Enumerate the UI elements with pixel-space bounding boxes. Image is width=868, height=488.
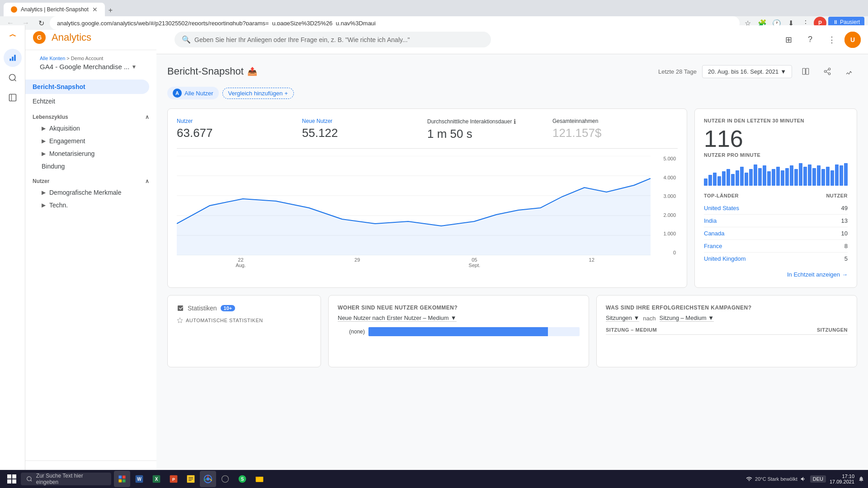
statistiken-card-title: Statistiken 10+ [177,305,311,312]
tab-title: Analytics | Bericht-Snapshot [21,6,89,13]
mini-bar-item [704,178,708,186]
mini-bar-item [713,173,717,186]
taskbar-app-sticky[interactable] [183,471,199,487]
taskbar-search-bar[interactable]: Zur Suche Text hier eingeben [21,473,111,485]
country-us[interactable]: United States [704,205,739,211]
all-users-filter[interactable]: A Alle Nutzer [167,87,219,99]
apps-grid-button[interactable]: ⊞ [779,31,797,49]
nav-item-bericht-snapshot[interactable]: Bericht-Snapshot [25,80,149,94]
insights-icon-btn[interactable] [841,63,857,80]
country-canada[interactable]: Canada [704,230,725,237]
help-button[interactable]: ? [801,31,819,49]
mini-bar-item [794,169,798,186]
svg-line-4 [14,80,16,81]
neue-nutzer-dropdown[interactable]: Neue Nutzer nach Erster Nutzer – Medium … [338,314,457,322]
metric-interaktion-label-text: Durchschnittliche Interaktionsdauer [427,118,512,125]
property-name: GA4 - Google Merchandise ... [40,63,129,70]
nav-icon-reports[interactable] [4,49,22,67]
active-tab[interactable]: Analytics | Bericht-Snapshot ✕ [4,3,105,16]
start-button[interactable] [4,471,20,487]
search-bar[interactable]: 🔍 Geben Sie hier Ihr Anliegen oder Ihre … [175,32,491,47]
system-icons: 20°C Stark bewölkt [746,476,807,482]
nav-icon-advertising[interactable] [4,89,22,107]
nav-item-techn[interactable]: ▶ Techn. [25,199,156,211]
svg-line-30 [31,480,32,482]
realtime-link: In Echtzeit anzeigen → [704,270,848,278]
x-label-22: 22 Aug. [236,257,246,268]
nav-group-lebenszyklus[interactable]: Lebenszyklus ∧ [25,108,156,122]
nav-label-techn: Techn. [49,202,68,209]
svg-text:W: W [137,477,142,482]
h-bar-chart: (none) [338,327,580,336]
taskbar-app-powerpoint[interactable]: P [165,471,182,487]
main-cards-grid: Nutzer 63.677 Neue Nutzer 55.122 Durchsc… [167,108,857,288]
date-range-button[interactable]: 20. Aug. bis 16. Sept. 2021 ▼ [702,65,792,78]
taskbar-app-files[interactable] [114,471,130,487]
sitzung-medium-chevron: ▼ [708,314,714,321]
nav-item-akquisition[interactable]: ▶ Akquisition [25,122,156,135]
metric-interaktion-label[interactable]: Durchschnittliche Interaktionsdauer ℹ [427,118,545,125]
taskbar-app-word[interactable]: W [131,471,147,487]
svg-point-46 [207,478,210,481]
sitzungen-chevron: ▼ [633,314,639,321]
realtime-card: NUTZER IN DEN LETZTEN 30 MINUTEN 116 NUT… [694,108,857,288]
taskbar-right: 20°C Stark bewölkt DEU 17:10 17.09.2021 [746,474,864,484]
mini-bar-item [790,165,793,186]
sitzungen-dropdown[interactable]: Sitzungen ▼ [606,314,639,322]
taskbar-app-chrome[interactable] [200,471,216,487]
new-tab-button[interactable]: + [105,5,116,16]
metric-neue-nutzer-label[interactable]: Neue Nutzer [302,118,420,124]
nav-group-nutzer[interactable]: Nutzer ∧ [25,173,156,186]
metric-neue-nutzer: Neue Nutzer 55.122 [302,118,427,141]
country-france[interactable]: France [704,243,722,249]
svg-rect-34 [123,479,126,483]
taskbar-app-excel[interactable]: X [148,471,165,487]
full-sidebar: G Analytics Alle Konten > Demo Account G… [25,25,156,488]
export-icon[interactable]: 📤 [247,66,257,76]
nav-item-bindung[interactable]: Bindung [25,160,156,173]
sitzung-medium-dropdown[interactable]: Sitzung – Medium ▼ [660,314,714,322]
notification-icon[interactable] [858,476,864,482]
svg-rect-28 [12,479,16,483]
nav-icon-home[interactable] [4,29,22,47]
user-filter-icon: A [173,89,182,98]
taskbar-search-text: Zur Suche Text hier eingeben [36,473,106,485]
svg-text:G: G [37,34,42,41]
nav-icon-explore[interactable] [4,69,22,87]
mini-bar-item [754,164,757,186]
property-selector[interactable]: GA4 - Google Merchandise ... ▼ [33,61,149,76]
icon-nav [0,25,25,488]
country-india[interactable]: India [704,217,717,224]
mini-bar-item [717,176,721,186]
compare-icon-btn[interactable] [797,63,814,80]
mini-bar-item [708,175,712,186]
add-comparison-button[interactable]: Vergleich hinzufügen + [222,88,294,99]
more-options-button[interactable]: ⋮ [823,31,841,49]
nach-label: nach [643,315,656,322]
tab-close-btn[interactable]: ✕ [92,6,98,13]
taskbar-app-spotify[interactable]: S [234,471,250,487]
realtime-subtitle: NUTZER PRO MINUTE [704,152,848,158]
y-label-0: 0 [673,250,676,255]
svg-rect-0 [9,59,11,61]
date-range-label: Letzte 28 Tage [658,68,697,75]
nav-item-monetarisierung[interactable]: ▶ Monetarisierung [25,147,156,160]
nav-item-demografische-merkmale[interactable]: ▶ Demografische Merkmale [25,186,156,199]
mini-bar-item [731,174,735,186]
info-icon[interactable]: ℹ [514,118,516,125]
realtime-link-anchor[interactable]: In Echtzeit anzeigen → [787,271,848,278]
date-controls: Letzte 28 Tage 20. Aug. bis 16. Sept. 20… [658,63,857,80]
share-icon-btn[interactable] [819,63,835,80]
sitzung-medium-col: SITZUNG – MEDIUM [606,327,657,333]
metric-nutzer-label[interactable]: Nutzer [177,118,295,124]
taskbar-app-explorer[interactable] [251,471,268,487]
breadcrumb-all-accounts[interactable]: Alle Konten [40,56,65,61]
x-label-29: 29 [354,257,360,268]
country-uk[interactable]: United Kingdom [704,255,746,262]
taskbar-app-extensions[interactable] [217,471,233,487]
nav-item-echtzeit[interactable]: Echtzeit [25,94,149,108]
svg-rect-26 [12,474,16,479]
nav-item-engagement[interactable]: ▶ Engagement [25,135,156,147]
metric-gesamteinnahmen-label[interactable]: Gesamteinnahmen [552,118,670,124]
user-avatar[interactable]: U [844,32,861,48]
